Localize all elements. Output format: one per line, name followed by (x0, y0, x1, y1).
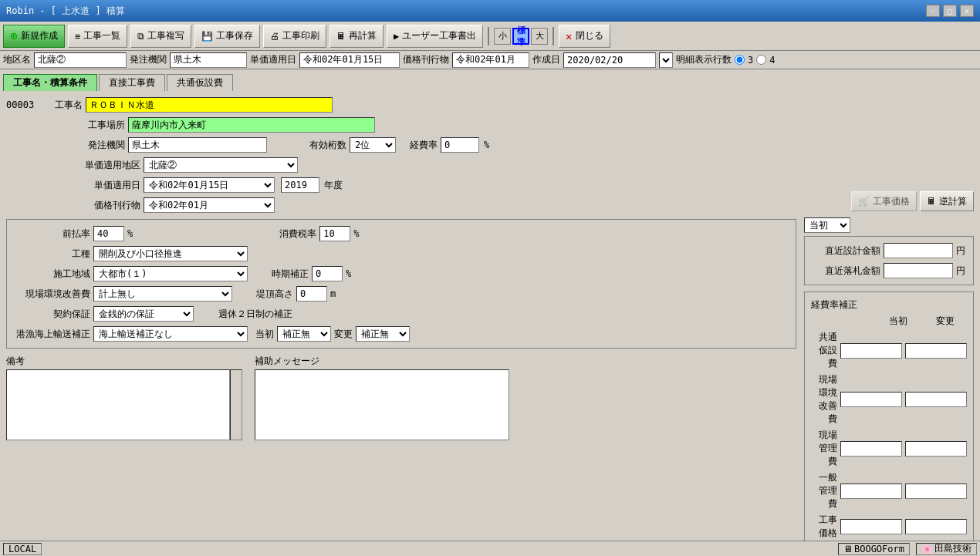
print-button[interactable]: 🖨 工事印刷 (263, 25, 326, 48)
font-normal-btn[interactable]: 標準 (512, 28, 529, 45)
expense-rate-input[interactable] (441, 137, 479, 153)
detail-4-radio[interactable] (756, 55, 766, 65)
site-env-change-input[interactable] (905, 392, 967, 407)
construct-price-change-input[interactable] (905, 519, 967, 534)
contract-guarantee-label: 契約保証 (13, 308, 90, 321)
job-location-input[interactable] (128, 117, 375, 133)
right-panel: 🛒 工事価格 🖩 逆計算 当初 変更 直近設計金額 円 直 (804, 191, 974, 556)
construct-area-select[interactable]: 大都市(１) (93, 266, 248, 281)
common-temp-initial-input[interactable] (840, 343, 902, 359)
tab-common-temp[interactable]: 共通仮設費 (167, 74, 233, 91)
tab-direct-costs[interactable]: 直接工事費 (99, 74, 165, 91)
common-temp-label: 共通仮設費 (811, 331, 837, 370)
close-button[interactable]: ✕ 閉じる (559, 25, 610, 48)
unit-price-year-input[interactable] (281, 177, 319, 193)
advance-pay-input[interactable] (93, 226, 124, 241)
construct-price-label: 工事価格 (811, 514, 837, 540)
new-button[interactable]: ⊕ 新規作成 (3, 25, 65, 48)
org-value: 県土木 (170, 52, 247, 68)
info-row: 地区名 北薩② 発注機関 県土木 単価適用日 令和02年01月15日 価格刊行物… (0, 51, 980, 69)
unit-price-date-select[interactable]: 令和02年01月15日 (144, 177, 275, 193)
port-transport-select[interactable]: 海上輸送補正なし (93, 326, 248, 342)
save-button[interactable]: 💾 工事保存 (194, 25, 260, 48)
contract-guarantee-select[interactable]: 金銭的の保証 (93, 306, 194, 322)
env-improv-select[interactable]: 計上無し (93, 286, 232, 302)
recalc-icon: 🖩 (336, 31, 346, 42)
construct-type-select[interactable]: 開削及び小口径推進 (93, 246, 248, 261)
font-large-btn[interactable]: 大 (531, 28, 548, 45)
site-manage-initial-input[interactable] (840, 441, 902, 457)
created-year-select[interactable] (659, 52, 673, 68)
recalc-button[interactable]: 🖩 再計算 (329, 25, 384, 48)
note-scrollbar[interactable] (230, 369, 242, 440)
list-button[interactable]: ≡ 工事一覧 (68, 25, 127, 48)
publication-select[interactable]: 令和02年01月 (144, 197, 275, 213)
font-small-btn[interactable]: 小 (494, 28, 511, 45)
week-work-initial-select[interactable]: 補正無 (277, 326, 331, 342)
decimals-select[interactable]: 2位 3位 (350, 137, 396, 153)
design-amt-input[interactable] (884, 243, 953, 258)
initial-select[interactable]: 当初 変更 (804, 217, 850, 233)
week-work-change-label: 変更 (334, 328, 353, 341)
common-temp-row: 共通仮設費 (811, 331, 967, 370)
unit-price-date-row: 単価適用日 令和02年01月15日 年度 (6, 177, 796, 193)
construct-type-label: 工種 (13, 248, 90, 261)
general-manage-change-input[interactable] (905, 484, 967, 499)
detail-3-radio[interactable] (735, 55, 745, 65)
env-improv-label: 現場環境改善費 (13, 288, 90, 301)
embank-height-input[interactable] (296, 286, 327, 302)
calc-icon: 🖩 (927, 196, 936, 207)
general-manage-initial-input[interactable] (840, 484, 902, 499)
job-name-input[interactable] (86, 97, 333, 113)
close-icon: ✕ (566, 30, 572, 42)
construct-price-initial-input[interactable] (840, 519, 902, 534)
minimize-btn[interactable]: － (926, 5, 940, 17)
user-export-button[interactable]: ▶ ユーザー工事書出 (387, 25, 483, 48)
site-manage-label: 現場管理費 (811, 429, 837, 468)
design-amt-label: 直近設計金額 (811, 244, 880, 258)
common-temp-change-input[interactable] (905, 343, 967, 359)
site-env-initial-input[interactable] (840, 392, 902, 407)
job-location-label: 工事場所 (83, 119, 125, 132)
engineering-price-btn[interactable]: 🛒 工事価格 (851, 191, 917, 211)
job-id: 00003 (6, 99, 37, 110)
week-work-initial-label: 当初 (251, 328, 274, 341)
detail-label: 明細表示行数 (676, 53, 732, 66)
ordering-row: 発注機関 有効桁数 2位 3位 経費率 % (6, 137, 796, 153)
created-input[interactable] (563, 52, 656, 68)
site-manage-change-input[interactable] (905, 441, 967, 457)
embank-height-label: 堤頂高さ (235, 288, 293, 301)
region-label: 地区名 (3, 53, 31, 66)
initial-col-label: 当初 (876, 315, 920, 328)
cost-panel: 直近設計金額 円 直近落札金額 円 (804, 236, 974, 285)
tax-input[interactable] (319, 226, 350, 241)
window-controls: － □ × (926, 5, 974, 17)
reverse-calc-btn[interactable]: 🖩 逆計算 (920, 191, 974, 211)
bid-amt-input[interactable] (884, 263, 953, 278)
port-transport-label: 港漁海上輸送補正 (13, 328, 90, 341)
cart-icon: 🛒 (858, 196, 870, 207)
status-bar: LOCAL 🖥 BOOGOForm 🌸 田島技術 (0, 541, 980, 556)
export-icon: ▶ (394, 31, 399, 42)
tax-unit: % (353, 228, 359, 239)
copy-button[interactable]: ⧉ 工事複写 (130, 25, 191, 48)
ordering-input[interactable] (128, 137, 267, 153)
tajima-icon: 🌸 (921, 544, 933, 554)
time-adj-input[interactable] (312, 266, 343, 281)
advance-pay-label: 前払率 (13, 227, 90, 241)
unit-price-region-select[interactable]: 北薩② (144, 157, 298, 173)
tabs-row: 工事名・積算条件 直接工事費 共通仮設費 (0, 69, 980, 91)
font-size-group: 小 標準 大 (494, 28, 548, 45)
week-work-change-select[interactable]: 補正無 (356, 326, 410, 342)
close-window-btn[interactable]: × (960, 5, 974, 17)
tajima-status: 🌸 田島技術 (916, 543, 977, 555)
general-manage-label: 一般管理費 (811, 471, 837, 511)
copy-icon: ⧉ (137, 31, 144, 42)
note-textarea[interactable] (6, 369, 230, 440)
maximize-btn[interactable]: □ (943, 5, 957, 17)
created-label: 作成日 (532, 53, 560, 66)
tab-job-conditions[interactable]: 工事名・積算条件 (3, 74, 97, 91)
embank-height-unit: m (330, 288, 336, 299)
help-msg-textarea[interactable] (255, 369, 509, 440)
week-work-label: 週休２日制の補正 (215, 308, 292, 321)
